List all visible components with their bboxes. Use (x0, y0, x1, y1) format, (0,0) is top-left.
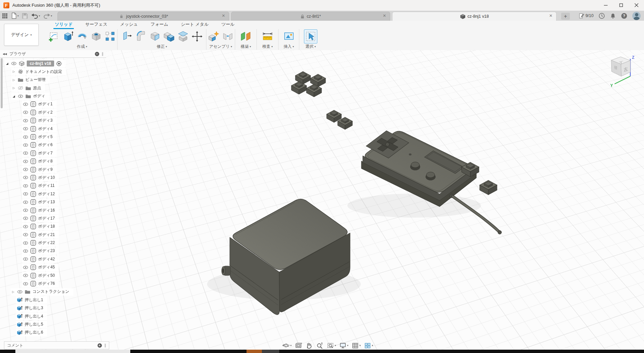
file-menu-button[interactable]: ▾ (11, 12, 19, 19)
browser-body-row[interactable]: ボディ11 (0, 182, 106, 190)
visibility-eye-icon[interactable] (18, 94, 23, 98)
group-label-insert[interactable]: 挿入▾ (284, 44, 294, 49)
fit-button[interactable]: ▾ (326, 342, 337, 349)
ribbon-tab-sheetmetal[interactable]: シート メタル (180, 21, 210, 29)
group-label-select[interactable]: 選択▾ (305, 44, 316, 49)
visibility-eye-icon[interactable] (23, 143, 28, 147)
browser-body-row[interactable]: ボディ1 (0, 101, 106, 108)
collapse-panel-icon[interactable]: ◀◀ (3, 52, 7, 55)
offset-plane-button[interactable] (176, 29, 190, 43)
browser-body-row[interactable]: ボディ45 (0, 264, 106, 271)
group-label-inspect[interactable]: 検査▾ (262, 44, 273, 49)
joint-button[interactable] (221, 29, 234, 43)
ribbon-tab-form[interactable]: フォーム (149, 21, 170, 29)
construction-plane-button[interactable] (239, 29, 253, 43)
insert-canvas-button[interactable] (282, 29, 296, 43)
close-button[interactable] (629, 0, 644, 10)
document-root-label[interactable]: cz-8nj1 v18 (27, 61, 54, 67)
visibility-eye-icon[interactable] (23, 175, 28, 180)
browser-body-row[interactable]: ボディ76 (0, 280, 106, 287)
browser-extrude-row[interactable]: 押し出し1 (0, 296, 106, 304)
redo-button[interactable]: ▾ (43, 13, 52, 19)
measure-button[interactable] (261, 29, 274, 43)
tab-close-icon[interactable]: ✕ (222, 14, 225, 18)
browser-extrude-row[interactable]: 押し出し6 (0, 329, 106, 336)
visibility-eye-icon[interactable] (23, 110, 28, 114)
pan-button[interactable] (304, 342, 314, 349)
user-avatar[interactable] (632, 12, 641, 20)
visibility-eye-off-icon[interactable] (18, 86, 23, 90)
ribbon-tab-surface[interactable]: サーフェス (84, 21, 109, 29)
visibility-eye-icon[interactable] (23, 135, 28, 139)
recent-activity-clock-icon[interactable] (599, 13, 605, 19)
browser-body-row[interactable]: ボディ4 (0, 125, 106, 132)
browser-extrude-row[interactable]: 押し出し4 (0, 313, 106, 320)
ribbon-tab-tools[interactable]: ツール (220, 21, 236, 29)
visibility-eye-icon[interactable] (23, 151, 28, 155)
view-cube[interactable]: 上 左 後 Z Y (610, 55, 634, 88)
new-tab-button[interactable]: + (561, 13, 570, 20)
collapsed-wedge-icon[interactable]: ▷ (12, 78, 16, 82)
doc-tab-cz-8nj1-active[interactable]: cz-8nj1 v18 ✕ (392, 12, 556, 21)
tab-close-icon[interactable]: ✕ (383, 14, 386, 18)
select-button[interactable] (304, 29, 317, 43)
collapsed-wedge-icon[interactable]: ▷ (12, 86, 16, 90)
maximize-button[interactable] (613, 0, 629, 10)
visibility-eye-icon[interactable] (23, 265, 28, 269)
browser-body-row[interactable]: ボディ8 (0, 158, 106, 165)
visibility-eye-icon[interactable] (17, 290, 23, 294)
browser-body-row[interactable]: ボディ18 (0, 223, 106, 230)
browser-body-row[interactable]: ボディ50 (0, 272, 106, 279)
zoom-button[interactable]: ± (315, 342, 325, 349)
visibility-eye-icon[interactable] (23, 167, 28, 171)
browser-body-row[interactable]: ボディ12 (0, 190, 106, 198)
browser-row-document-settings[interactable]: ▷ ドキュメントの設定 (0, 68, 106, 75)
browser-body-row[interactable]: ボディ42 (0, 255, 106, 263)
expand-wedge-icon[interactable]: ◢ (5, 62, 9, 65)
visibility-eye-icon[interactable] (23, 241, 28, 245)
ribbon-tab-solid[interactable]: ソリッド (53, 21, 74, 29)
extrude-button[interactable] (61, 29, 75, 43)
press-pull-button[interactable] (120, 29, 134, 43)
browser-body-row[interactable]: ボディ21 (0, 231, 106, 238)
workspace-selector[interactable]: デザイン ▾ (4, 24, 39, 46)
browser-body-row[interactable]: ボディ22 (0, 239, 106, 247)
browser-body-row[interactable]: ボディ6 (0, 141, 106, 149)
look-at-button[interactable] (294, 342, 303, 349)
visibility-eye-icon[interactable] (23, 200, 28, 204)
doc-tab-cz-8rl1[interactable]: cz-8rl1* ✕ (231, 12, 390, 21)
visibility-eye-icon[interactable] (23, 102, 28, 106)
browser-row-construction[interactable]: ▷ コンストラクション (0, 288, 106, 296)
create-sketch-button[interactable] (47, 29, 61, 43)
tab-close-icon[interactable]: ✕ (549, 14, 552, 18)
viewport[interactable]: 上 左 後 Z Y ◀◀ ブラウザ − ∥ ◢ (0, 50, 644, 350)
doc-tab-joystick-connector[interactable]: joystick-connector_03* ✕ (57, 12, 229, 21)
visibility-eye-icon[interactable] (23, 216, 28, 220)
revolve-button[interactable] (75, 29, 89, 43)
visibility-eye-icon[interactable] (23, 249, 28, 253)
button-caps-pair-middle[interactable] (327, 110, 352, 130)
browser-body-row[interactable]: ボディ13 (0, 199, 106, 206)
browser-row-view-management[interactable]: ▷ ビュー管理 (0, 76, 106, 84)
visibility-eye-icon[interactable] (23, 225, 28, 229)
visibility-eye-icon[interactable] (23, 208, 28, 212)
notifications-bell-icon[interactable] (610, 13, 616, 19)
browser-extrude-row[interactable]: 押し出し5 (0, 321, 106, 328)
app-grid-menu-button[interactable] (2, 13, 8, 19)
pattern-button[interactable] (104, 29, 117, 43)
combine-button[interactable] (162, 29, 176, 43)
minimize-button[interactable] (598, 0, 613, 10)
browser-scrollbar[interactable] (1, 58, 3, 108)
display-settings-button[interactable]: ▾ (338, 342, 349, 349)
browser-body-row[interactable]: ボディ16 (0, 207, 106, 214)
add-comment-button[interactable]: + (98, 343, 102, 348)
job-status-button[interactable]: 9/10 (579, 13, 594, 19)
activate-radio-icon[interactable] (56, 61, 62, 67)
group-label-construct[interactable]: 構築▾ (240, 44, 251, 49)
visibility-eye-icon[interactable] (23, 184, 28, 188)
panel-minus-button[interactable]: − (95, 52, 99, 56)
save-button[interactable] (22, 13, 28, 19)
browser-body-row[interactable]: ボディ3 (0, 117, 106, 124)
browser-body-row[interactable]: ボディ17 (0, 215, 106, 222)
browser-body-row[interactable]: ボディ2 (0, 109, 106, 116)
